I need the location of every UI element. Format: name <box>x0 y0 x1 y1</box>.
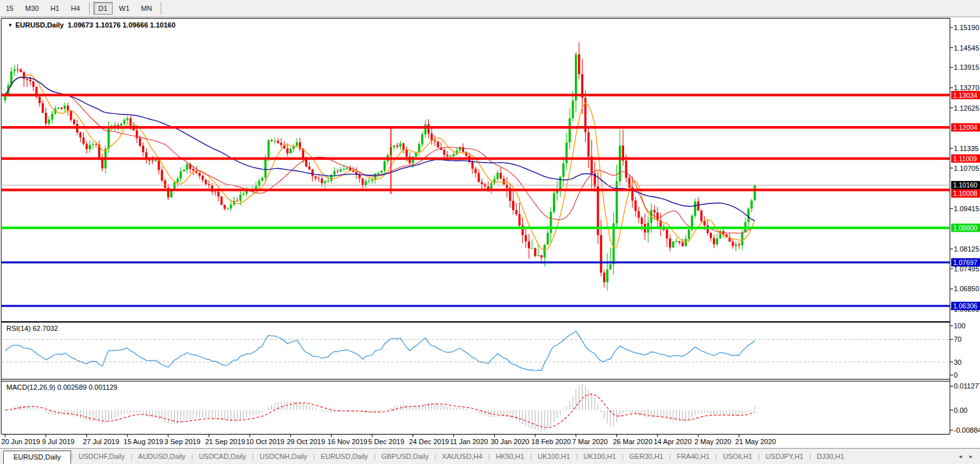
price-axis: 1.151901.145451.139151.132701.126251.113… <box>950 24 979 313</box>
symbol-tab-eurusd-daily[interactable]: EURUSD,Daily <box>3 451 71 464</box>
chart-symbol-title: ▼EURUSD,Daily 1.09673 1.10176 1.09666 1.… <box>8 21 175 29</box>
svg-text:21 Sep 2019: 21 Sep 2019 <box>205 438 245 445</box>
timeframe-button-d1[interactable]: D1 <box>93 2 113 15</box>
macd-values-text: 0.002589 0.001129 <box>57 383 117 391</box>
svg-text:70: 70 <box>954 335 961 343</box>
svg-text:1.10160: 1.10160 <box>953 181 977 189</box>
rsi-indicator-label: RSI(14) 62.7032 <box>6 324 58 332</box>
svg-text:10 Oct 2019: 10 Oct 2019 <box>246 438 284 445</box>
svg-text:11 Jan 2020: 11 Jan 2020 <box>450 438 488 445</box>
symbol-tab-usdcnh-daily[interactable]: USDCNH,Daily <box>253 451 313 462</box>
svg-text:1.14545: 1.14545 <box>954 44 979 52</box>
svg-text:0.00: 0.00 <box>954 406 967 414</box>
svg-text:21 May 2020: 21 May 2020 <box>735 438 776 445</box>
svg-text:1.08800: 1.08800 <box>953 224 977 232</box>
symbol-tab-usoil-h1[interactable]: USOil,H1 <box>717 451 758 462</box>
symbol-tab-usdcad-daily[interactable]: USDCAD,Daily <box>193 451 252 462</box>
svg-text:26 Mar 2020: 26 Mar 2020 <box>613 438 653 445</box>
svg-text:1.12625: 1.12625 <box>954 104 979 112</box>
svg-text:30: 30 <box>954 358 961 366</box>
svg-text:1.12004: 1.12004 <box>953 124 977 131</box>
svg-text:7 Mar 2020: 7 Mar 2020 <box>572 438 608 445</box>
svg-text:29 Oct 2019: 29 Oct 2019 <box>287 438 325 445</box>
toolbar-separator <box>161 2 161 15</box>
svg-text:2 May 2020: 2 May 2020 <box>695 438 731 445</box>
timeframe-toolbar: 15M30H1H4D1W1MN <box>0 0 980 17</box>
svg-text:1.08125: 1.08125 <box>954 245 979 253</box>
svg-text:100: 100 <box>954 322 965 330</box>
symbol-tab-eurusd-daily[interactable]: EURUSD,Daily <box>315 451 374 462</box>
price-chart-canvas[interactable]: 1.151901.145451.139151.132701.126251.113… <box>0 0 980 464</box>
svg-text:5 Dec 2019: 5 Dec 2019 <box>368 438 404 445</box>
svg-text:1.09415: 1.09415 <box>954 205 979 212</box>
rsi-label-text: RSI(14) <box>6 324 31 332</box>
symbol-tab-audusd-daily[interactable]: AUDUSD,Daily <box>133 451 191 462</box>
timeframe-button-m30[interactable]: M30 <box>20 2 44 15</box>
symbol-tab-uk100-h1[interactable]: UK100,H1 <box>578 451 622 462</box>
timeframe-button-h4[interactable]: H4 <box>66 2 85 15</box>
svg-text:18 Feb 2020: 18 Feb 2020 <box>531 438 571 445</box>
svg-text:20 Jun 2019: 20 Jun 2019 <box>1 438 40 445</box>
chart-ohlc-values: 1.09673 1.10176 1.09666 1.10160 <box>68 21 175 29</box>
scroll-left-arrow-icon[interactable]: ◂ <box>955 452 966 461</box>
chart-title-text: EURUSD,Daily <box>15 21 64 29</box>
pane-borders <box>0 17 980 449</box>
symbol-dropdown-icon[interactable]: ▼ <box>8 22 13 28</box>
macd-label-text: MACD(12,26,9) <box>6 383 55 391</box>
svg-text:1.15190: 1.15190 <box>954 24 979 31</box>
svg-text:9 Jul 2019: 9 Jul 2019 <box>42 438 75 445</box>
svg-text:1.13915: 1.13915 <box>954 63 979 71</box>
svg-text:1.06850: 1.06850 <box>954 285 979 292</box>
macd-indicator-label: MACD(12,26,9) 0.002589 0.001129 <box>6 383 117 391</box>
svg-text:0.011277: 0.011277 <box>954 382 980 390</box>
svg-text:27 Jul 2019: 27 Jul 2019 <box>83 438 119 445</box>
toolbar-separator <box>89 2 90 15</box>
symbol-tab-dj30-h1[interactable]: DJ30,H1 <box>811 451 850 462</box>
svg-text:1.07697: 1.07697 <box>953 259 977 266</box>
svg-text:1.11335: 1.11335 <box>954 145 979 152</box>
timeframe-button-15[interactable]: 15 <box>1 2 19 15</box>
symbol-tab-usdjpy-h1[interactable]: USDJPY,H1 <box>760 451 809 462</box>
svg-text:1.10705: 1.10705 <box>954 164 979 172</box>
svg-text:16 Nov 2019: 16 Nov 2019 <box>328 438 367 445</box>
symbol-tab-ger30-h1[interactable]: GER30,H1 <box>623 451 669 462</box>
svg-text:-0.008845: -0.008845 <box>954 426 980 434</box>
svg-text:1.13270: 1.13270 <box>954 84 979 92</box>
timeframe-button-w1[interactable]: W1 <box>114 2 135 15</box>
scroll-right-arrow-icon[interactable]: ▸ <box>965 452 976 461</box>
svg-text:1.10008: 1.10008 <box>953 189 977 197</box>
symbol-tab-bar: EURUSD,Daily|USDCHF,Daily|AUDUSD,Daily|U… <box>0 448 980 464</box>
symbol-tab-usdchf-daily[interactable]: USDCHF,Daily <box>73 451 131 462</box>
svg-text:14 Apr 2020: 14 Apr 2020 <box>654 438 691 445</box>
symbol-tab-fra40-h1[interactable]: FRA40,H1 <box>671 451 715 462</box>
svg-text:30 Jan 2020: 30 Jan 2020 <box>490 438 529 445</box>
svg-text:3 Sep 2019: 3 Sep 2019 <box>165 438 200 445</box>
svg-text:24 Dec 2019: 24 Dec 2019 <box>409 438 449 445</box>
symbol-tab-hk50-h1[interactable]: HK50,H1 <box>490 451 530 462</box>
rsi-value-text: 62.7032 <box>33 324 58 332</box>
timeframe-button-h1[interactable]: H1 <box>45 2 65 15</box>
symbol-tab-gbpusd-daily[interactable]: GBPUSD,Daily <box>376 451 435 462</box>
svg-text:15 Aug 2019: 15 Aug 2019 <box>124 438 163 445</box>
svg-text:0: 0 <box>954 371 958 379</box>
svg-text:1.13034: 1.13034 <box>953 92 977 99</box>
symbol-tab-uk100-h1[interactable]: UK100,H1 <box>532 451 576 462</box>
timeframe-button-mn[interactable]: MN <box>136 2 157 15</box>
symbol-tab-xauusd-h4[interactable]: XAUUSD,H4 <box>437 451 488 462</box>
svg-text:1.06306: 1.06306 <box>953 302 977 310</box>
svg-text:1.11009: 1.11009 <box>953 155 977 163</box>
tab-scroll-arrows: ◂▸ <box>955 452 980 461</box>
